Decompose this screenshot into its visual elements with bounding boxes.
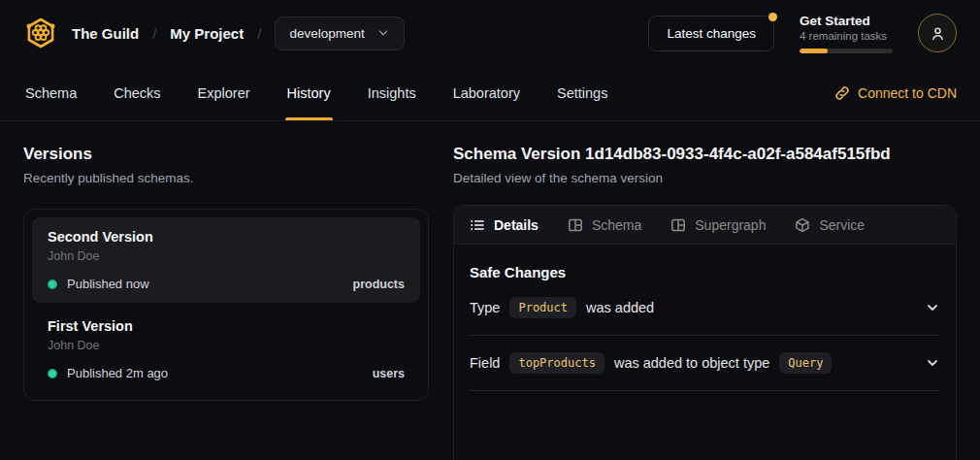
connect-to-cdn-link[interactable]: Connect to CDN [834, 66, 957, 120]
detail-tab-label: Schema [592, 217, 641, 233]
notification-dot [768, 13, 777, 21]
change-row[interactable]: Field topProducts was added to object ty… [470, 336, 940, 391]
header-actions: Latest changes Get Started 4 remaining t… [648, 14, 957, 53]
version-author: John Doe [48, 339, 405, 352]
top-header: The Guild / My Project / development Lat… [0, 0, 980, 66]
safe-changes-heading: Safe Changes [470, 264, 940, 280]
link-icon [834, 85, 850, 101]
change-row[interactable]: Type Product was added [470, 280, 940, 336]
detail-tab-label: Supergraph [695, 217, 766, 233]
detail-tab-label: Details [494, 217, 539, 233]
get-started-widget[interactable]: Get Started 4 remaining tasks [800, 14, 893, 53]
user-menu-button[interactable] [918, 14, 957, 52]
version-detail-panel: Schema Version 1d14db83-0933-4f4c-a02f-a… [453, 145, 957, 460]
chevron-down-icon[interactable] [925, 300, 940, 315]
page-nav: Schema Checks Explorer History Insights … [0, 66, 980, 121]
version-status: Published now [67, 277, 149, 291]
chevron-down-icon [376, 26, 390, 40]
latest-changes-label: Latest changes [667, 26, 756, 41]
tab-settings[interactable]: Settings [555, 66, 609, 120]
change-code-badge: Query [779, 352, 832, 374]
get-started-subtitle: 4 remaining tasks [800, 30, 893, 42]
version-service-badge: users [373, 367, 405, 380]
tab-explorer[interactable]: Explorer [196, 66, 252, 120]
chevron-down-icon[interactable] [925, 355, 940, 371]
version-status: Published 2m ago [67, 366, 168, 380]
published-status-dot [48, 279, 57, 289]
version-title: First Version [48, 318, 405, 334]
tab-history[interactable]: History [285, 66, 333, 120]
get-started-progressbar [800, 49, 893, 53]
breadcrumb-separator: / [257, 25, 261, 42]
change-suffix: was added to object type [614, 355, 769, 371]
version-title: Second Version [48, 229, 405, 245]
change-code-badge: topProducts [509, 352, 604, 374]
target-select[interactable]: development [275, 16, 404, 50]
target-select-value: development [289, 26, 364, 41]
user-icon [930, 25, 946, 42]
tab-insights[interactable]: Insights [366, 66, 418, 120]
latest-changes-button[interactable]: Latest changes [648, 16, 774, 51]
change-description: Type Product was added [470, 297, 654, 318]
version-meta: Published 2m ago users [48, 366, 405, 380]
change-description: Field topProducts was added to object ty… [470, 352, 832, 374]
version-detail-title: Schema Version 1d14db83-0933-4f4c-a02f-a… [453, 145, 957, 164]
detail-tab-schema[interactable]: Schema [568, 217, 641, 233]
version-author: John Doe [48, 249, 405, 263]
versions-panel: Versions Recently published schemas. Sec… [23, 145, 429, 460]
version-detail-subtitle: Detailed view of the schema version [453, 171, 957, 185]
tab-schema[interactable]: Schema [23, 66, 79, 120]
change-prefix: Field [470, 355, 500, 371]
main-content: Versions Recently published schemas. Sec… [0, 121, 980, 460]
change-suffix: was added [586, 300, 654, 315]
cube-icon [795, 217, 810, 233]
version-service-badge: products [353, 278, 405, 291]
columns-icon [670, 217, 686, 233]
tab-checks[interactable]: Checks [112, 66, 162, 120]
breadcrumb-project-link[interactable]: My Project [170, 25, 244, 42]
get-started-title: Get Started [800, 14, 893, 28]
nav-tabs: Schema Checks Explorer History Insights … [23, 66, 609, 120]
published-status-dot [48, 369, 57, 378]
version-detail-card: Details Schema [453, 205, 957, 460]
breadcrumb-org-link[interactable]: The Guild [72, 25, 139, 42]
list-icon [470, 217, 485, 233]
hive-hexagon-logo-icon[interactable] [23, 16, 58, 50]
version-meta: Published now products [48, 277, 405, 291]
detail-content: Safe Changes Type Product was added [454, 245, 956, 391]
tab-laboratory[interactable]: Laboratory [451, 66, 522, 120]
breadcrumb: The Guild / My Project / development [72, 16, 405, 50]
detail-tab-label: Service [819, 217, 865, 233]
change-code-badge: Product [509, 297, 576, 318]
breadcrumb-separator: / [152, 25, 156, 42]
detail-tab-supergraph[interactable]: Supergraph [670, 217, 766, 233]
columns-icon [568, 217, 583, 233]
change-prefix: Type [470, 300, 500, 315]
detail-tab-details[interactable]: Details [470, 217, 539, 233]
detail-tabs: Details Schema [454, 206, 956, 245]
get-started-progress-fill [800, 49, 828, 53]
version-list-item[interactable]: Second Version John Doe Published now pr… [32, 217, 420, 303]
versions-subtitle: Recently published schemas. [23, 171, 429, 185]
connect-to-cdn-label: Connect to CDN [858, 85, 957, 101]
detail-tab-service[interactable]: Service [795, 217, 865, 233]
versions-title: Versions [23, 145, 429, 164]
versions-list: Second Version John Doe Published now pr… [23, 209, 429, 401]
version-list-item[interactable]: First Version John Doe Published 2m ago … [32, 307, 420, 392]
app-root: The Guild / My Project / development Lat… [0, 0, 980, 460]
